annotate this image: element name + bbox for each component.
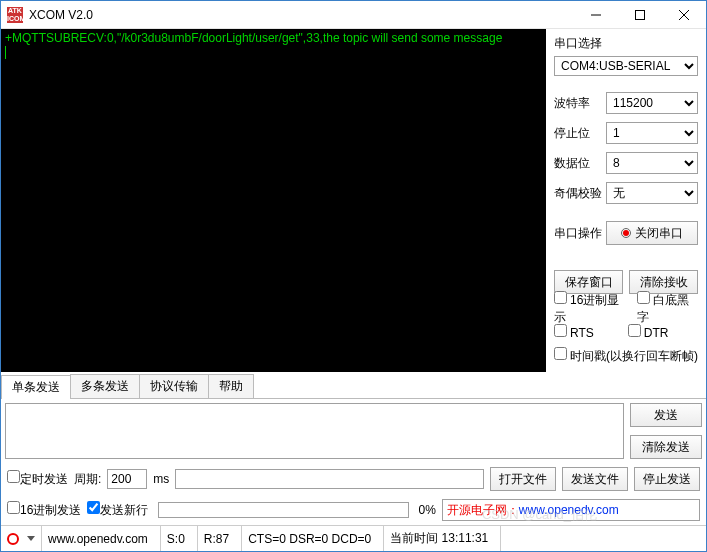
- send-button[interactable]: 发送: [630, 403, 702, 427]
- databit-label: 数据位: [554, 155, 606, 172]
- baud-label: 波特率: [554, 95, 606, 112]
- timed-send-check[interactable]: 定时发送: [7, 470, 68, 488]
- stop-send-button[interactable]: 停止发送: [634, 467, 700, 491]
- options-row-1: 定时发送 周期: ms 打开文件 发送文件 停止发送: [1, 463, 706, 495]
- send-area: 发送 清除发送: [1, 399, 706, 463]
- tab-multi-send[interactable]: 多条发送: [70, 374, 140, 398]
- period-input[interactable]: [107, 469, 147, 489]
- tab-help[interactable]: 帮助: [208, 374, 254, 398]
- hex-send-check[interactable]: 16进制发送: [7, 501, 81, 519]
- open-file-button[interactable]: 打开文件: [490, 467, 556, 491]
- send-newline-check[interactable]: 发送新行: [87, 501, 148, 519]
- close-port-button[interactable]: 关闭串口: [606, 221, 698, 245]
- port-op-label: 串口操作: [554, 225, 606, 242]
- stopbit-select[interactable]: 1: [606, 122, 698, 144]
- rts-check[interactable]: RTS: [554, 324, 594, 340]
- send-input[interactable]: [5, 403, 624, 459]
- dtr-check[interactable]: DTR: [628, 324, 669, 340]
- status-lines: CTS=0 DSR=0 DCD=0: [241, 526, 377, 551]
- app-logo: ATKICOM: [7, 7, 23, 23]
- record-icon: [621, 228, 631, 238]
- tab-bar: 单条发送 多条发送 协议传输 帮助: [1, 374, 706, 399]
- options-row-2: 16进制发送 发送新行 0% 开源电子网： www.openedv.com: [1, 495, 706, 525]
- hex-display-check[interactable]: 16进制显示: [554, 291, 627, 326]
- terminal-line: +MQTTSUBRECV:0,"/k0r3du8umbF/doorLight/u…: [5, 31, 502, 45]
- status-bar: www.openedv.com S:0 R:87 CTS=0 DSR=0 DCD…: [1, 525, 706, 551]
- close-button[interactable]: [662, 1, 706, 29]
- parity-label: 奇偶校验: [554, 185, 606, 202]
- status-site[interactable]: www.openedv.com: [41, 526, 154, 551]
- send-file-button[interactable]: 发送文件: [562, 467, 628, 491]
- titlebar: ATKICOM XCOM V2.0: [1, 1, 706, 29]
- parity-select[interactable]: 无: [606, 182, 698, 204]
- terminal-output[interactable]: +MQTTSUBRECV:0,"/k0r3du8umbF/doorLight/u…: [1, 29, 546, 372]
- port-select[interactable]: COM4:USB-SERIAL: [554, 56, 698, 76]
- period-label: 周期:: [74, 471, 101, 488]
- databit-select[interactable]: 8: [606, 152, 698, 174]
- status-recv: R:87: [197, 526, 235, 551]
- status-icon: [7, 533, 19, 545]
- timestamp-check[interactable]: 时间戳(以换行回车断帧): [554, 347, 698, 365]
- tab-protocol[interactable]: 协议传输: [139, 374, 209, 398]
- ms-label: ms: [153, 472, 169, 486]
- clear-send-button[interactable]: 清除发送: [630, 435, 702, 459]
- baud-select[interactable]: 115200: [606, 92, 698, 114]
- white-bg-check[interactable]: 白底黑字: [637, 291, 698, 326]
- progress-pct: 0%: [419, 503, 436, 517]
- progress-bar: [158, 502, 408, 518]
- status-sent: S:0: [160, 526, 191, 551]
- stopbit-label: 停止位: [554, 125, 606, 142]
- file-path-input[interactable]: [175, 469, 484, 489]
- window-title: XCOM V2.0: [29, 8, 574, 22]
- svg-rect-1: [636, 10, 645, 19]
- minimize-button[interactable]: [574, 1, 618, 29]
- settings-panel: 串口选择 COM4:USB-SERIAL 波特率115200 停止位1 数据位8…: [546, 29, 706, 372]
- dropdown-icon[interactable]: [27, 536, 35, 541]
- main-area: +MQTTSUBRECV:0,"/k0r3du8umbF/doorLight/u…: [1, 29, 706, 372]
- maximize-button[interactable]: [618, 1, 662, 29]
- cursor: [5, 46, 6, 59]
- port-label: 串口选择: [554, 35, 698, 52]
- tab-single-send[interactable]: 单条发送: [1, 375, 71, 399]
- status-time: 当前时间 13:11:31: [383, 526, 494, 551]
- watermark: CSDN @cand_伯伦: [482, 506, 597, 524]
